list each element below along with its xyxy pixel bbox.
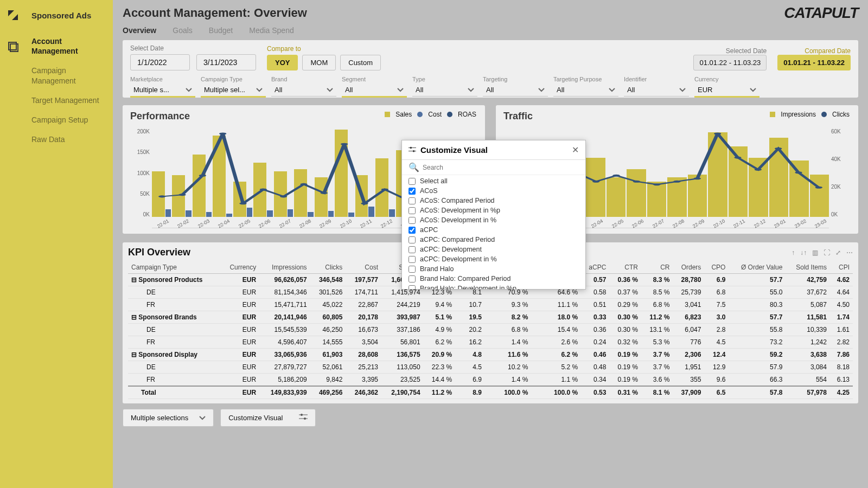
popup-option-brand-halo[interactable]: Brand Halo bbox=[409, 264, 579, 274]
kpi-col--order-value[interactable]: Ø Order Value bbox=[729, 261, 786, 274]
table-row[interactable]: ⊟ Sponsored DisplayEUR33,065,93661,90328… bbox=[128, 349, 853, 361]
checkbox[interactable] bbox=[409, 217, 416, 224]
checkbox[interactable] bbox=[409, 266, 416, 273]
svg-point-12 bbox=[361, 202, 368, 204]
popup-option-brand-halo-development-in-p[interactable]: Brand Halo: Development in %p bbox=[409, 284, 579, 289]
kpi-col-cost[interactable]: Cost bbox=[346, 261, 381, 274]
customize-visual-button[interactable]: Customize Visual bbox=[220, 409, 316, 427]
x-tick: 22-01 bbox=[156, 218, 170, 229]
table-row[interactable]: FREUR5,186,2099,8423,39523,52514.4 %6.91… bbox=[128, 374, 853, 387]
table-row[interactable]: FREUR4,596,40714,5553,50456,8016.2 %16.2… bbox=[128, 336, 853, 349]
more-icon[interactable]: ⋯ bbox=[846, 249, 853, 256]
kpi-col-cr[interactable]: CR bbox=[641, 261, 673, 274]
popup-option-brand-halo-compared-period[interactable]: Brand Halo: Compared Period bbox=[409, 274, 579, 284]
checkbox[interactable] bbox=[409, 285, 416, 290]
filter-segment-dropdown[interactable]: All bbox=[342, 84, 407, 98]
svg-point-21 bbox=[612, 175, 620, 177]
tab-budget[interactable]: Budget bbox=[209, 26, 233, 35]
multiple-selections-dropdown[interactable]: Multiple selections bbox=[123, 409, 214, 427]
filter-type-dropdown[interactable]: All bbox=[412, 84, 477, 97]
svg-point-3 bbox=[178, 194, 186, 196]
filter-targeting-purpose-dropdown[interactable]: All bbox=[553, 84, 618, 97]
tab-goals[interactable]: Goals bbox=[173, 26, 193, 35]
checkbox[interactable] bbox=[409, 275, 416, 282]
filter-label-targeting-purpose: Targeting Purpose bbox=[553, 76, 618, 82]
tab-overview[interactable]: Overview bbox=[123, 26, 156, 35]
selected-date-value: 01.01.22 - 11.03.23 bbox=[693, 55, 767, 70]
popup-option-acos-compared-period[interactable]: ACoS: Compared Period bbox=[409, 196, 579, 206]
checkbox[interactable] bbox=[409, 246, 416, 253]
filter-campaign-type-dropdown[interactable]: Multiple sel... bbox=[201, 84, 266, 98]
filter-marketplace-dropdown[interactable]: Multiple s... bbox=[130, 84, 195, 98]
x-tick: 23-02 bbox=[794, 218, 807, 229]
sort-toggle-icon[interactable]: ↓↑ bbox=[800, 249, 807, 256]
svg-point-28 bbox=[755, 169, 762, 171]
svg-point-26 bbox=[714, 132, 721, 134]
kpi-col-cpi[interactable]: CPI bbox=[830, 261, 853, 274]
sidebar-item-campaign-management[interactable]: Campaign Management bbox=[31, 66, 107, 85]
compare-yoy-button[interactable]: YOY bbox=[267, 55, 298, 70]
tab-media-spend[interactable]: Media Spend bbox=[249, 26, 294, 35]
filter-label-marketplace: Marketplace bbox=[130, 76, 195, 82]
x-tick: 22-09 bbox=[692, 218, 706, 229]
kpi-col-orders[interactable]: Orders bbox=[673, 261, 705, 274]
table-row[interactable]: DEEUR27,879,72752,06125,213113,05022.3 %… bbox=[128, 361, 853, 374]
kpi-col-impressions[interactable]: Impressions bbox=[259, 261, 310, 274]
sidebar-item-campaign-setup[interactable]: Campaign Setup bbox=[31, 115, 107, 125]
expand-icon[interactable]: ⛶ bbox=[824, 249, 830, 256]
sort-up-icon[interactable]: ↑ bbox=[792, 249, 795, 256]
popup-option-acos-development-in-p[interactable]: ACoS: Development in %p bbox=[409, 206, 579, 215]
focus-icon[interactable]: ⤢ bbox=[835, 249, 841, 256]
compare-mom-button[interactable]: MOM bbox=[302, 55, 336, 70]
x-tick: 22-04 bbox=[590, 218, 604, 229]
kpi-col-sold-items[interactable]: Sold Items bbox=[786, 261, 830, 274]
kpi-col-cpo[interactable]: CPO bbox=[704, 261, 729, 274]
kpi-col-campaign-type[interactable]: Campaign Type bbox=[128, 261, 220, 274]
x-tick: 22-10 bbox=[712, 218, 726, 229]
stack-icon[interactable] bbox=[7, 40, 20, 55]
checkbox[interactable] bbox=[409, 197, 416, 204]
date-from-input[interactable]: 1/1/2022 bbox=[130, 54, 190, 70]
close-icon[interactable]: ✕ bbox=[572, 145, 579, 155]
date-to-input[interactable]: 3/11/2023 bbox=[196, 54, 256, 70]
filter-label-type: Type bbox=[412, 76, 477, 82]
sliders-icon bbox=[299, 414, 308, 422]
popup-search-input[interactable] bbox=[423, 164, 579, 171]
popup-option-acos-development-in-[interactable]: ACoS: Development in % bbox=[409, 215, 579, 225]
popup-option-acpc[interactable]: aCPC bbox=[409, 225, 579, 235]
popup-option-acpc-development[interactable]: aCPC: Development bbox=[409, 245, 579, 254]
chart-legend: SalesCostROAS bbox=[385, 111, 476, 118]
sidebar-item-raw-data[interactable]: Raw Data bbox=[31, 134, 107, 144]
x-tick: 22-05 bbox=[238, 218, 251, 229]
kpi-col-currency[interactable]: Currency bbox=[220, 261, 259, 274]
checkbox[interactable] bbox=[409, 236, 416, 243]
compare-custom-button[interactable]: Custom bbox=[340, 55, 381, 70]
checkbox[interactable] bbox=[409, 256, 416, 263]
kpi-col-clicks[interactable]: Clicks bbox=[310, 261, 346, 274]
popup-option-select-all[interactable]: Select all bbox=[409, 176, 579, 186]
table-row[interactable]: FREUR15,471,71145,02222,867244,2199.4 %1… bbox=[128, 299, 853, 311]
checkbox[interactable] bbox=[409, 188, 416, 195]
popup-option-acpc-compared-period[interactable]: aCPC: Compared Period bbox=[409, 235, 579, 245]
filter-label-identifier: Identifier bbox=[624, 76, 689, 82]
sidebar-item-account-management[interactable]: Account Management bbox=[31, 36, 107, 56]
table-row[interactable]: DEEUR15,545,53946,25016,673337,1864.9 %2… bbox=[128, 324, 853, 336]
popup-option-acpc-development-in-[interactable]: aCPC: Development in % bbox=[409, 254, 579, 264]
popup-option-acos[interactable]: ACoS bbox=[409, 186, 579, 196]
drill-icon[interactable]: ▥ bbox=[812, 249, 818, 256]
filter-currency-dropdown[interactable]: EUR bbox=[694, 84, 760, 98]
svg-point-23 bbox=[653, 183, 660, 185]
x-tick: 22-10 bbox=[339, 218, 353, 229]
filter-targeting-dropdown[interactable]: All bbox=[483, 84, 548, 97]
filter-identifier-dropdown[interactable]: All bbox=[624, 84, 689, 97]
sidebar-item-target-management[interactable]: Target Management bbox=[31, 95, 107, 105]
filter-brand-dropdown[interactable]: All bbox=[271, 84, 336, 97]
svg-point-7 bbox=[260, 188, 267, 190]
checkbox[interactable] bbox=[409, 178, 416, 185]
x-tick: 22-12 bbox=[753, 218, 767, 229]
selected-date-label: Selected Date bbox=[726, 47, 767, 55]
checkbox[interactable] bbox=[409, 207, 416, 214]
table-row[interactable]: ⊟ Sponsored BrandsEUR20,141,94660,80520,… bbox=[128, 311, 853, 324]
checkbox[interactable] bbox=[409, 227, 416, 234]
kpi-col-ctr[interactable]: CTR bbox=[609, 261, 641, 274]
